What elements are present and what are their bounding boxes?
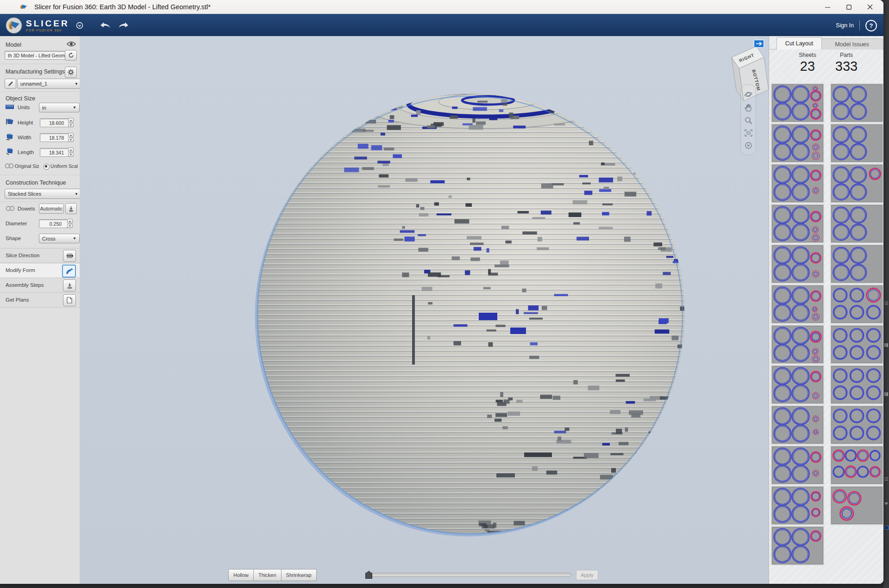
model-name-input[interactable]: th 3D Model - Lifted Geometry [5,51,66,60]
modify-form-icon [66,268,73,274]
slider-handle[interactable] [365,571,372,579]
sheet-thumbnail[interactable] [772,326,823,363]
divider [859,20,860,31]
uniform-scale-radio[interactable] [44,164,50,170]
modify-slider[interactable] [366,573,571,577]
viewport-3d[interactable]: RIGHT BOTTOM [80,36,769,584]
sheet-thumbnail[interactable] [831,165,883,202]
preset-dropdown[interactable]: unnamed_1 ▼ [17,79,81,89]
stepper-down-icon[interactable]: ▼ [67,224,73,229]
maximize-button[interactable] [838,0,859,14]
divider [0,202,80,203]
manufacturing-settings-button[interactable] [65,67,77,78]
sheet-thumbnail[interactable] [772,406,823,444]
width-stepper[interactable]: ▲▼ [68,133,74,142]
sheet-thumbnail[interactable] [831,245,883,283]
sheet-thumbnail[interactable] [772,165,823,202]
cut-layout-panel: Cut Layout Model Issues Sheets 23 Parts … [769,36,883,584]
height-label: Height [18,120,33,125]
model-visibility-eye-icon[interactable] [67,41,76,47]
sheet-thumbnail[interactable] [772,124,823,162]
get-plans-button[interactable] [63,294,76,306]
version-dropdown-icon[interactable] [76,22,83,29]
dowels-placement-button[interactable] [65,203,77,214]
sheet-thumbnail[interactable] [831,205,883,242]
sheet-thumbnail[interactable] [831,326,883,363]
sheet-thumbnail[interactable] [772,245,823,283]
sheet-thumbnail[interactable] [772,84,823,122]
dowels-label: Dowels [18,206,35,211]
diameter-stepper[interactable]: ▲▼ [67,219,73,228]
assembly-steps-row[interactable]: Assembly Steps [0,278,80,292]
stepper-down-icon[interactable]: ▼ [68,138,74,142]
close-button[interactable] [859,0,881,14]
undo-icon[interactable] [99,21,111,30]
redo-icon[interactable] [118,21,130,30]
slice-direction-button[interactable] [63,250,76,262]
rename-preset-button[interactable] [5,79,16,89]
uniform-scale-option[interactable]: Uniform Scal [50,164,78,169]
fit-view-icon[interactable] [745,130,752,136]
sheet-thumbnail[interactable] [772,285,823,323]
construction-technique-dropdown[interactable]: Stacked Slices ▼ [5,189,81,199]
orbit-icon[interactable] [744,90,752,99]
stepper-up-icon[interactable]: ▲ [67,219,73,223]
sheet-thumbnail[interactable] [772,366,823,403]
minimize-button[interactable] [817,0,838,14]
stepper-down-icon[interactable]: ▼ [68,153,74,157]
modify-form-button[interactable] [62,265,76,278]
assembly-steps-button[interactable] [63,279,76,291]
stepper-up-icon[interactable]: ▲ [68,148,74,152]
sheet-thumbnail[interactable] [772,205,823,242]
sheet-thumbnail[interactable] [831,84,883,122]
tab-model-issues[interactable]: Model Issues [821,38,883,50]
sheet-thumbnail[interactable] [772,487,823,524]
units-dropdown[interactable]: in ▼ [39,103,80,112]
sheet-thumbnail[interactable] [831,124,883,162]
model-refresh-button[interactable] [65,50,77,61]
panel-expand-button[interactable] [754,40,764,48]
preset-value: unnamed_1 [20,81,47,87]
modify-form-label: Modify Form [6,267,35,273]
slice-direction-icon [66,253,73,259]
length-stepper[interactable]: ▲▼ [68,148,74,157]
shape-dropdown[interactable]: Cross ▼ [39,234,80,243]
earth-sliced-model[interactable] [80,36,769,584]
brand: SLICER FOR FUSION 360 [6,17,69,34]
modify-form-row[interactable]: Modify Form [0,263,80,278]
sheet-thumbnail[interactable] [831,406,883,444]
sheet-thumbnail[interactable] [831,285,883,323]
sign-in-button[interactable]: Sign In [836,22,854,29]
sheet-thumbnail[interactable] [831,366,883,403]
thicken-button[interactable]: Thicken [254,569,282,581]
original-size-icon [5,163,14,169]
apply-button[interactable]: Apply [576,570,598,580]
refresh-icon [68,52,74,58]
view-settings-icon[interactable] [745,142,752,149]
height-stepper[interactable]: ▲▼ [68,118,74,127]
sheet-thumbnail[interactable] [772,527,823,564]
original-size-option[interactable]: Original Siz [15,164,39,169]
app-toolbar: SLICER FOR FUSION 360 Sign In ? [0,14,883,37]
tab-cut-layout[interactable]: Cut Layout [776,37,822,50]
shrinkwrap-button[interactable]: Shrinkwrap [282,569,317,581]
app-window: Slicer for Fusion 360: Earth 3D Model - … [0,0,883,584]
get-plans-row[interactable]: Get Plans [0,292,80,308]
stepper-up-icon[interactable]: ▲ [68,118,74,123]
sheet-thumbnail[interactable] [772,446,823,484]
zoom-icon[interactable] [745,117,752,124]
help-icon[interactable]: ? [865,20,877,31]
stepper-down-icon[interactable]: ▼ [68,123,74,128]
dowels-automatic-button[interactable]: Automatic [39,204,64,214]
stepper-up-icon[interactable]: ▲ [68,133,74,137]
sheet-thumbnail[interactable] [831,487,883,524]
parts-label: Parts [828,52,864,58]
menu-icon [884,477,888,481]
hollow-button[interactable]: Hollow [228,569,254,581]
slice-direction-row[interactable]: Slice Direction [0,248,80,263]
width-label: Width [18,135,31,140]
menu-icon [884,302,888,305]
pan-hand-icon[interactable] [745,104,752,111]
sheets-label: Sheets [789,52,826,58]
sheet-thumbnail[interactable] [831,446,883,484]
